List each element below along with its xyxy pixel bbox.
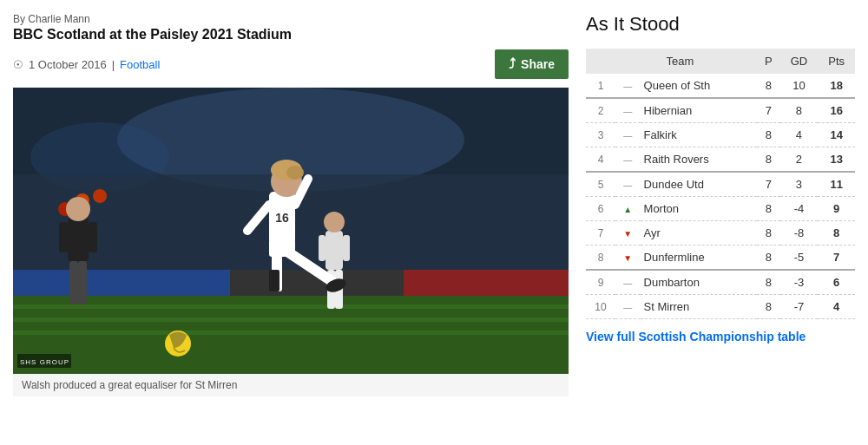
row-p: 7 bbox=[757, 172, 780, 197]
separator: | bbox=[112, 58, 115, 71]
row-p: 8 bbox=[757, 270, 780, 295]
svg-text:16: 16 bbox=[275, 211, 289, 225]
table-row: 8 ▼ Dunfermline 8 -5 7 bbox=[586, 245, 855, 271]
clock-icon: ☉ bbox=[13, 58, 23, 71]
row-pos: 7 bbox=[586, 221, 615, 245]
table-row: 2 — Hibernian 7 8 16 bbox=[586, 98, 855, 123]
col-header-pts: Pts bbox=[818, 49, 855, 74]
row-pts: 14 bbox=[818, 123, 855, 147]
svg-rect-25 bbox=[343, 235, 350, 261]
row-pos: 5 bbox=[586, 172, 615, 197]
row-pos: 6 bbox=[586, 197, 615, 221]
standings-table: Team P GD Pts 1 — Queen of Sth 8 10 18 2… bbox=[586, 49, 855, 319]
table-row: 10 — St Mirren 8 -7 4 bbox=[586, 295, 855, 319]
row-trend: — bbox=[615, 123, 641, 147]
row-pts: 11 bbox=[818, 172, 855, 197]
row-gd: -7 bbox=[780, 295, 819, 319]
author-byline: By Charlie Mann bbox=[13, 13, 569, 25]
row-team: Dunfermline bbox=[641, 245, 758, 271]
table-row: 6 ▲ Morton 8 -4 9 bbox=[586, 197, 855, 221]
row-p: 8 bbox=[757, 295, 780, 319]
row-pts: 6 bbox=[818, 270, 855, 295]
row-gd: 8 bbox=[780, 98, 819, 123]
svg-text:SHS GROUP: SHS GROUP bbox=[20, 358, 69, 366]
row-trend: ▼ bbox=[615, 221, 641, 245]
col-header-p: P bbox=[757, 49, 780, 74]
row-gd: -3 bbox=[780, 270, 819, 295]
row-pos: 2 bbox=[586, 98, 615, 123]
row-trend: ▼ bbox=[615, 245, 641, 271]
row-team: Hibernian bbox=[641, 98, 758, 123]
svg-rect-36 bbox=[269, 239, 295, 257]
svg-rect-19 bbox=[89, 222, 97, 252]
row-team: Raith Rovers bbox=[641, 147, 758, 173]
row-pos: 3 bbox=[586, 123, 615, 147]
row-team: Queen of Sth bbox=[641, 74, 758, 98]
table-header-row: Team P GD Pts bbox=[586, 49, 855, 74]
row-pts: 18 bbox=[818, 74, 855, 98]
row-trend: — bbox=[615, 98, 641, 123]
row-pos: 9 bbox=[586, 270, 615, 295]
share-label: Share bbox=[521, 57, 555, 71]
article-section: By Charlie Mann BBC Scotland at the Pais… bbox=[13, 13, 569, 396]
row-pts: 4 bbox=[818, 295, 855, 319]
svg-rect-5 bbox=[13, 317, 569, 322]
meta-left: ☉ 1 October 2016 | Football bbox=[13, 58, 160, 71]
view-full-table-link[interactable]: View full Scottish Championship table bbox=[586, 330, 855, 344]
share-icon: ⤴ bbox=[509, 56, 516, 72]
row-team: Morton bbox=[641, 197, 758, 221]
svg-point-21 bbox=[324, 212, 345, 232]
row-team: St Mirren bbox=[641, 295, 758, 319]
article-date: 1 October 2016 bbox=[29, 58, 107, 71]
svg-rect-24 bbox=[319, 235, 326, 261]
row-pts: 8 bbox=[818, 221, 855, 245]
table-row: 1 — Queen of Sth 8 10 18 bbox=[586, 74, 855, 98]
row-trend: — bbox=[615, 295, 641, 319]
svg-point-9 bbox=[93, 189, 107, 203]
row-pos: 4 bbox=[586, 147, 615, 173]
row-p: 8 bbox=[757, 221, 780, 245]
svg-rect-20 bbox=[326, 231, 343, 270]
col-header-pos bbox=[586, 49, 615, 74]
article-image: 16 bbox=[13, 88, 569, 374]
row-gd: 4 bbox=[780, 123, 819, 147]
svg-rect-13 bbox=[404, 270, 569, 296]
row-team: Ayr bbox=[641, 221, 758, 245]
row-team: Falkirk bbox=[641, 123, 758, 147]
svg-rect-37 bbox=[269, 270, 279, 291]
row-team: Dumbarton bbox=[641, 270, 758, 295]
standings-section: As It Stood Team P GD Pts 1 — Queen of S… bbox=[586, 13, 855, 396]
row-p: 7 bbox=[757, 98, 780, 123]
article-image-svg: 16 bbox=[13, 88, 569, 374]
col-header-trend bbox=[615, 49, 641, 74]
row-pos: 8 bbox=[586, 245, 615, 271]
row-p: 8 bbox=[757, 245, 780, 271]
svg-rect-4 bbox=[13, 304, 569, 309]
row-gd: 3 bbox=[780, 172, 819, 197]
row-gd: -5 bbox=[780, 245, 819, 271]
row-gd: -8 bbox=[780, 221, 819, 245]
svg-rect-16 bbox=[69, 261, 78, 304]
table-row: 5 — Dundee Utd 7 3 11 bbox=[586, 172, 855, 197]
row-p: 8 bbox=[757, 74, 780, 98]
table-row: 4 — Raith Rovers 8 2 13 bbox=[586, 147, 855, 173]
row-gd: -4 bbox=[780, 197, 819, 221]
row-pos: 10 bbox=[586, 295, 615, 319]
svg-rect-17 bbox=[78, 261, 87, 304]
row-trend: — bbox=[615, 147, 641, 173]
row-trend: — bbox=[615, 270, 641, 295]
row-pts: 13 bbox=[818, 147, 855, 173]
svg-rect-14 bbox=[68, 218, 89, 261]
row-p: 8 bbox=[757, 123, 780, 147]
table-row: 3 — Falkirk 8 4 14 bbox=[586, 123, 855, 147]
row-gd: 2 bbox=[780, 147, 819, 173]
image-caption: Walsh produced a great equaliser for St … bbox=[13, 374, 569, 396]
table-row: 9 — Dumbarton 8 -3 6 bbox=[586, 270, 855, 295]
svg-rect-11 bbox=[13, 270, 230, 296]
row-pos: 1 bbox=[586, 74, 615, 98]
row-pts: 9 bbox=[818, 197, 855, 221]
svg-point-15 bbox=[66, 197, 90, 221]
row-gd: 10 bbox=[780, 74, 819, 98]
category-link[interactable]: Football bbox=[120, 58, 160, 71]
share-button[interactable]: ⤴ Share bbox=[495, 49, 569, 79]
